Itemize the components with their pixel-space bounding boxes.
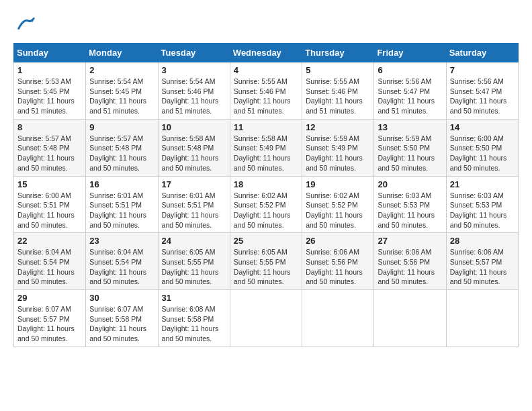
day-number: 6	[378, 65, 442, 75]
day-number: 16	[89, 179, 154, 189]
calendar-cell	[302, 290, 374, 347]
calendar-cell: 13Sunrise: 5:59 AM Sunset: 5:50 PM Dayli…	[374, 119, 446, 176]
calendar-cell: 27Sunrise: 6:06 AM Sunset: 5:56 PM Dayli…	[374, 233, 446, 290]
day-info: Sunrise: 6:07 AM Sunset: 5:57 PM Dayligh…	[17, 304, 82, 344]
day-info: Sunrise: 6:02 AM Sunset: 5:52 PM Dayligh…	[306, 191, 370, 230]
logo	[13, 13, 36, 36]
calendar-cell: 4Sunrise: 5:55 AM Sunset: 5:46 PM Daylig…	[230, 62, 302, 120]
calendar-cell: 15Sunrise: 6:00 AM Sunset: 5:51 PM Dayli…	[14, 176, 86, 233]
calendar: SundayMondayTuesdayWednesdayThursdayFrid…	[13, 43, 519, 347]
day-header-tuesday: Tuesday	[158, 44, 230, 62]
calendar-cell: 9Sunrise: 5:57 AM Sunset: 5:48 PM Daylig…	[86, 119, 158, 176]
day-number: 20	[378, 179, 442, 189]
day-number: 31	[162, 293, 226, 303]
week-row-5: 29Sunrise: 6:07 AM Sunset: 5:57 PM Dayli…	[14, 290, 519, 347]
day-info: Sunrise: 6:06 AM Sunset: 5:56 PM Dayligh…	[378, 247, 442, 287]
day-info: Sunrise: 6:02 AM Sunset: 5:52 PM Dayligh…	[234, 191, 298, 230]
day-number: 17	[162, 179, 226, 189]
day-info: Sunrise: 5:59 AM Sunset: 5:49 PM Dayligh…	[306, 134, 370, 173]
calendar-cell: 30Sunrise: 6:07 AM Sunset: 5:58 PM Dayli…	[86, 290, 158, 347]
day-number: 30	[89, 293, 154, 303]
week-row-3: 15Sunrise: 6:00 AM Sunset: 5:51 PM Dayli…	[14, 176, 519, 233]
day-info: Sunrise: 6:05 AM Sunset: 5:55 PM Dayligh…	[162, 247, 226, 287]
day-number: 26	[306, 236, 370, 246]
calendar-cell: 26Sunrise: 6:06 AM Sunset: 5:56 PM Dayli…	[302, 233, 374, 290]
calendar-cell: 24Sunrise: 6:05 AM Sunset: 5:55 PM Dayli…	[158, 233, 230, 290]
day-info: Sunrise: 6:01 AM Sunset: 5:51 PM Dayligh…	[89, 191, 154, 230]
day-header-thursday: Thursday	[302, 44, 374, 62]
day-info: Sunrise: 5:55 AM Sunset: 5:46 PM Dayligh…	[306, 77, 370, 116]
calendar-cell	[230, 290, 302, 347]
calendar-cell: 20Sunrise: 6:03 AM Sunset: 5:53 PM Dayli…	[374, 176, 446, 233]
day-header-wednesday: Wednesday	[230, 44, 302, 62]
week-row-4: 22Sunrise: 6:04 AM Sunset: 5:54 PM Dayli…	[14, 233, 519, 290]
day-info: Sunrise: 6:08 AM Sunset: 5:58 PM Dayligh…	[162, 304, 226, 344]
day-number: 2	[89, 65, 154, 75]
calendar-cell: 25Sunrise: 6:05 AM Sunset: 5:55 PM Dayli…	[230, 233, 302, 290]
day-info: Sunrise: 5:57 AM Sunset: 5:48 PM Dayligh…	[89, 134, 154, 173]
calendar-cell: 31Sunrise: 6:08 AM Sunset: 5:58 PM Dayli…	[158, 290, 230, 347]
day-info: Sunrise: 6:04 AM Sunset: 5:54 PM Dayligh…	[17, 247, 82, 287]
day-info: Sunrise: 6:00 AM Sunset: 5:51 PM Dayligh…	[17, 191, 82, 230]
calendar-cell: 10Sunrise: 5:58 AM Sunset: 5:48 PM Dayli…	[158, 119, 230, 176]
calendar-cell: 12Sunrise: 5:59 AM Sunset: 5:49 PM Dayli…	[302, 119, 374, 176]
day-number: 27	[378, 236, 442, 246]
day-info: Sunrise: 5:58 AM Sunset: 5:49 PM Dayligh…	[234, 134, 298, 173]
calendar-cell	[446, 290, 518, 347]
days-of-week-row: SundayMondayTuesdayWednesdayThursdayFrid…	[14, 44, 519, 62]
day-number: 4	[234, 65, 298, 75]
calendar-cell: 28Sunrise: 6:06 AM Sunset: 5:57 PM Dayli…	[446, 233, 518, 290]
day-number: 21	[450, 179, 515, 189]
day-info: Sunrise: 5:57 AM Sunset: 5:48 PM Dayligh…	[17, 134, 82, 173]
day-info: Sunrise: 6:07 AM Sunset: 5:58 PM Dayligh…	[89, 304, 154, 344]
day-number: 11	[234, 122, 298, 132]
day-info: Sunrise: 5:56 AM Sunset: 5:47 PM Dayligh…	[378, 77, 442, 116]
calendar-cell: 7Sunrise: 5:56 AM Sunset: 5:47 PM Daylig…	[446, 62, 518, 120]
day-number: 12	[306, 122, 370, 132]
day-info: Sunrise: 6:06 AM Sunset: 5:56 PM Dayligh…	[306, 247, 370, 287]
calendar-cell: 14Sunrise: 6:00 AM Sunset: 5:50 PM Dayli…	[446, 119, 518, 176]
week-row-2: 8Sunrise: 5:57 AM Sunset: 5:48 PM Daylig…	[14, 119, 519, 176]
day-info: Sunrise: 6:06 AM Sunset: 5:57 PM Dayligh…	[450, 247, 515, 287]
day-info: Sunrise: 5:58 AM Sunset: 5:48 PM Dayligh…	[162, 134, 226, 173]
day-number: 18	[234, 179, 298, 189]
calendar-cell: 17Sunrise: 6:01 AM Sunset: 5:51 PM Dayli…	[158, 176, 230, 233]
calendar-cell: 5Sunrise: 5:55 AM Sunset: 5:46 PM Daylig…	[302, 62, 374, 120]
day-number: 14	[450, 122, 515, 132]
calendar-cell: 6Sunrise: 5:56 AM Sunset: 5:47 PM Daylig…	[374, 62, 446, 120]
calendar-cell	[374, 290, 446, 347]
day-info: Sunrise: 5:55 AM Sunset: 5:46 PM Dayligh…	[234, 77, 298, 116]
day-header-monday: Monday	[86, 44, 158, 62]
day-number: 25	[234, 236, 298, 246]
logo-icon	[16, 13, 36, 34]
day-info: Sunrise: 5:59 AM Sunset: 5:50 PM Dayligh…	[378, 134, 442, 173]
day-number: 8	[17, 122, 82, 132]
calendar-cell: 8Sunrise: 5:57 AM Sunset: 5:48 PM Daylig…	[14, 119, 86, 176]
day-info: Sunrise: 5:54 AM Sunset: 5:46 PM Dayligh…	[162, 77, 226, 116]
day-info: Sunrise: 5:54 AM Sunset: 5:45 PM Dayligh…	[89, 77, 154, 116]
calendar-cell: 29Sunrise: 6:07 AM Sunset: 5:57 PM Dayli…	[14, 290, 86, 347]
day-number: 23	[89, 236, 154, 246]
day-info: Sunrise: 6:03 AM Sunset: 5:53 PM Dayligh…	[378, 191, 442, 230]
calendar-cell: 18Sunrise: 6:02 AM Sunset: 5:52 PM Dayli…	[230, 176, 302, 233]
day-header-friday: Friday	[374, 44, 446, 62]
calendar-body: 1Sunrise: 5:53 AM Sunset: 5:45 PM Daylig…	[14, 62, 519, 347]
day-info: Sunrise: 5:53 AM Sunset: 5:45 PM Dayligh…	[17, 77, 82, 116]
day-info: Sunrise: 6:05 AM Sunset: 5:55 PM Dayligh…	[234, 247, 298, 287]
day-number: 7	[450, 65, 515, 75]
calendar-cell: 2Sunrise: 5:54 AM Sunset: 5:45 PM Daylig…	[86, 62, 158, 120]
day-info: Sunrise: 6:01 AM Sunset: 5:51 PM Dayligh…	[162, 191, 226, 230]
day-number: 29	[17, 293, 82, 303]
day-number: 3	[162, 65, 226, 75]
calendar-cell: 16Sunrise: 6:01 AM Sunset: 5:51 PM Dayli…	[86, 176, 158, 233]
calendar-cell: 19Sunrise: 6:02 AM Sunset: 5:52 PM Dayli…	[302, 176, 374, 233]
day-number: 13	[378, 122, 442, 132]
calendar-cell: 1Sunrise: 5:53 AM Sunset: 5:45 PM Daylig…	[14, 62, 86, 120]
day-header-saturday: Saturday	[446, 44, 518, 62]
day-number: 28	[450, 236, 515, 246]
day-info: Sunrise: 6:04 AM Sunset: 5:54 PM Dayligh…	[89, 247, 154, 287]
calendar-cell: 11Sunrise: 5:58 AM Sunset: 5:49 PM Dayli…	[230, 119, 302, 176]
day-number: 19	[306, 179, 370, 189]
calendar-cell: 22Sunrise: 6:04 AM Sunset: 5:54 PM Dayli…	[14, 233, 86, 290]
day-number: 15	[17, 179, 82, 189]
